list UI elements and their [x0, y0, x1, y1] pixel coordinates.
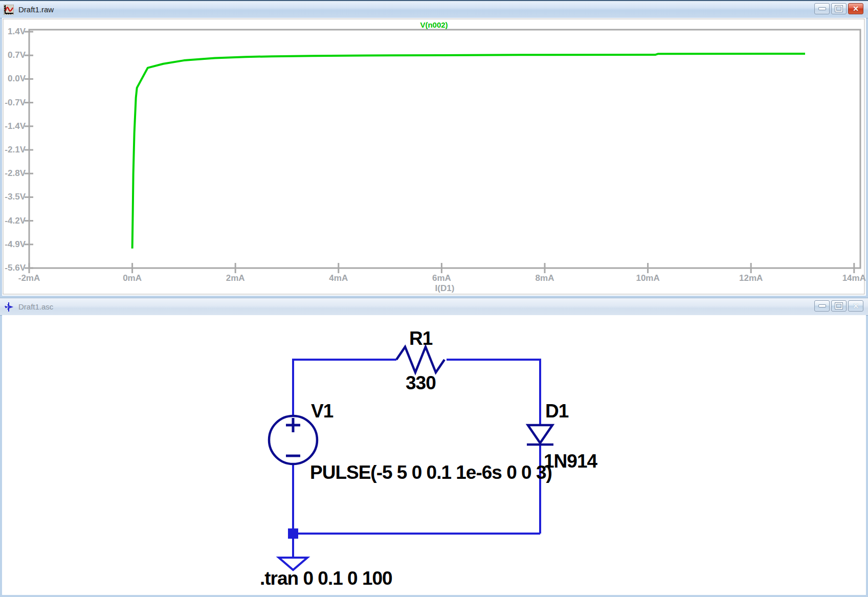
minimize-button[interactable] [814, 3, 830, 14]
schematic-window-title: Draft1.asc [18, 302, 53, 311]
schematic-canvas[interactable] [2, 315, 866, 595]
waveform-titlebar[interactable]: Draft1.raw ✕ [0, 1, 868, 18]
maximize-button[interactable] [831, 3, 847, 14]
schematic-icon [4, 301, 14, 313]
schematic-titlebar[interactable]: Draft1.asc ✕ [0, 298, 868, 316]
minimize-icon [819, 305, 826, 307]
close-button[interactable]: ✕ [848, 3, 863, 14]
waveform-icon [4, 5, 14, 15]
waveform-window-title: Draft1.raw [18, 5, 54, 14]
minimize-icon [819, 8, 826, 10]
minimize-button[interactable] [814, 300, 830, 312]
schematic-window: Draft1.asc ✕ [0, 298, 868, 597]
maximize-icon [835, 303, 842, 309]
close-icon: ✕ [853, 5, 859, 12]
waveform-window: Draft1.raw ✕ [0, 0, 868, 298]
maximize-icon [835, 6, 842, 12]
maximize-button[interactable] [831, 300, 847, 312]
close-button[interactable]: ✕ [848, 300, 863, 312]
close-icon: ✕ [853, 302, 859, 309]
plot-pane[interactable] [2, 18, 866, 296]
